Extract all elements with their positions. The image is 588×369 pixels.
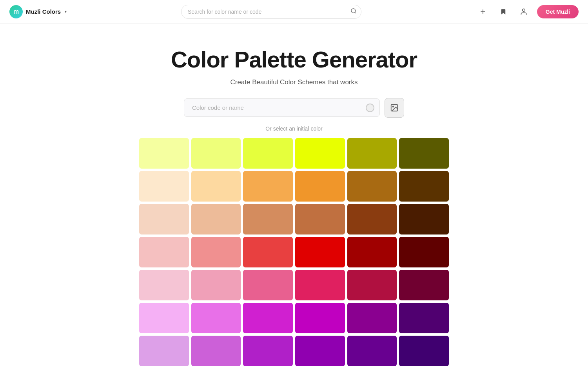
color-swatch[interactable] [243,204,293,234]
color-swatch[interactable] [139,138,189,169]
color-swatch[interactable] [139,204,189,234]
hero-section: Color Palette Generator Create Beautiful… [0,24,588,369]
svg-point-4 [522,9,525,11]
user-button[interactable] [517,5,531,19]
color-swatch[interactable] [295,138,345,169]
color-swatch[interactable] [191,270,241,300]
color-swatch[interactable] [399,138,449,169]
brand-section: m Muzli Colors ▾ [9,5,67,18]
color-swatch[interactable] [347,204,397,234]
color-input-wrapper [184,98,380,117]
svg-line-1 [355,12,356,13]
color-swatch[interactable] [243,138,293,169]
header: m Muzli Colors ▾ [0,0,588,24]
color-swatch[interactable] [295,270,345,300]
color-swatch[interactable] [191,336,241,366]
page-title: Color Palette Generator [8,47,580,72]
color-swatch[interactable] [347,237,397,267]
color-swatch[interactable] [139,303,189,333]
color-swatch[interactable] [347,303,397,333]
brand-name: Muzli Colors [26,8,61,15]
bookmark-button[interactable] [496,5,510,19]
color-swatch[interactable] [243,237,293,267]
color-swatch[interactable] [243,270,293,300]
color-swatch[interactable] [139,237,189,267]
color-swatch[interactable] [347,336,397,366]
color-swatch[interactable] [295,204,345,234]
color-swatch[interactable] [399,171,449,202]
hero-subtitle: Create Beautiful Color Schemes that work… [8,78,580,86]
image-upload-button[interactable] [385,98,404,118]
add-button[interactable] [476,5,490,19]
color-swatch[interactable] [399,336,449,366]
color-circle-icon [366,104,374,112]
color-swatch[interactable] [243,336,293,366]
color-swatch[interactable] [295,237,345,267]
color-swatch[interactable] [347,138,397,169]
color-swatch[interactable] [295,336,345,366]
color-swatch[interactable] [191,138,241,169]
color-swatch[interactable] [191,303,241,333]
logo: m [9,5,23,18]
color-swatch[interactable] [399,270,449,300]
color-swatch[interactable] [399,237,449,267]
color-swatch[interactable] [139,336,189,366]
color-swatch[interactable] [243,171,293,202]
get-muzli-button[interactable]: Get Muzli [537,5,579,18]
color-input-row [8,98,580,118]
color-swatch[interactable] [295,171,345,202]
color-swatch[interactable] [347,171,397,202]
chevron-down-icon: ▾ [65,9,67,14]
color-swatch[interactable] [347,270,397,300]
header-actions: Get Muzli [476,5,579,19]
header-search-input[interactable] [181,5,361,19]
color-swatch[interactable] [191,237,241,267]
color-swatch[interactable] [139,270,189,300]
color-swatch[interactable] [399,204,449,234]
header-search [181,5,361,19]
color-swatch[interactable] [191,204,241,234]
select-color-label: Or select an initial color [8,125,580,132]
color-swatch[interactable] [295,303,345,333]
color-grid [139,138,449,366]
color-swatch[interactable] [243,303,293,333]
svg-point-6 [392,106,394,107]
svg-point-0 [351,9,356,13]
color-swatch[interactable] [399,303,449,333]
color-code-input[interactable] [184,98,380,117]
color-swatch[interactable] [139,171,189,202]
color-swatch[interactable] [191,171,241,202]
header-search-icon[interactable] [350,8,357,16]
